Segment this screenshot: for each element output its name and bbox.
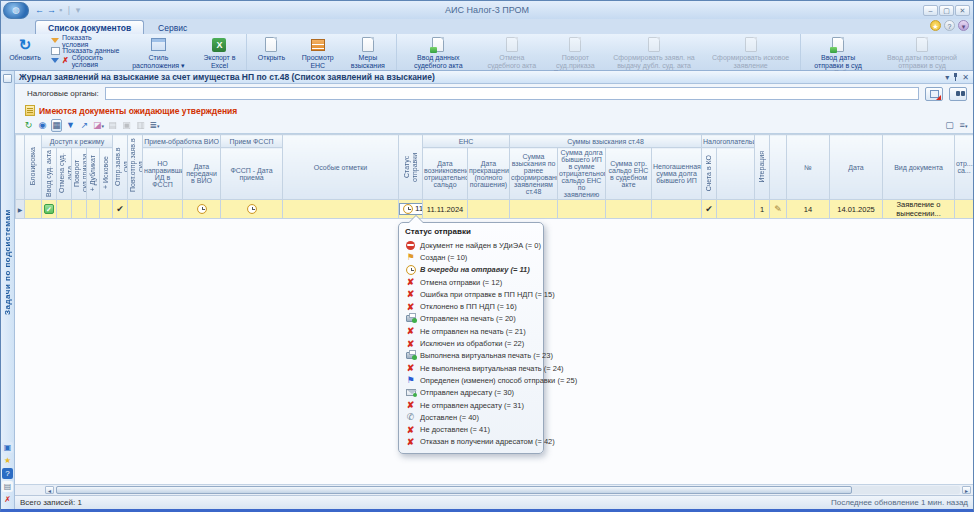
grid-cell[interactable]: [72, 200, 87, 219]
grid-column-header[interactable]: Блокировка: [25, 135, 42, 200]
scroll-right-icon[interactable]: ▸: [962, 486, 971, 494]
grid-view-icon[interactable]: ▦: [51, 119, 62, 132]
chevron-down-icon[interactable]: ▾: [945, 73, 949, 82]
favorites-star-icon[interactable]: ★: [930, 20, 941, 31]
search-button[interactable]: [949, 87, 967, 101]
grid-column-header[interactable]: [717, 148, 755, 200]
sidebar-tab-tasks[interactable]: Задачи по подсистемам: [3, 83, 12, 442]
grid-cell[interactable]: [955, 200, 973, 219]
status-menu-item[interactable]: ⚑Создан (= 10): [405, 251, 537, 263]
status-menu-item[interactable]: Отправлен адресату (= 30): [405, 387, 537, 399]
grid-column-header[interactable]: №: [787, 135, 830, 200]
status-menu-item[interactable]: ✘Не отправлен адресату (= 31): [405, 399, 537, 411]
grid-row[interactable]: ▶✓✔1111.11.2024✔1✎1414.01.2025Заявление …: [16, 200, 974, 219]
status-menu-item[interactable]: ✘Ошибка при отправке в ПП НДП (= 15): [405, 288, 537, 300]
close-button[interactable]: ✕: [955, 5, 970, 16]
grid-column-header[interactable]: Непогашенная сумма долга бывшего ИП: [652, 148, 702, 200]
grid-column-header[interactable]: Сумма отр. сальдо ЕНС в судебном акте: [606, 148, 652, 200]
grid-column-header[interactable]: Дата возникновения отрицательного сальдо: [423, 148, 468, 200]
tab-service[interactable]: Сервис: [146, 21, 199, 34]
grid-cell[interactable]: [25, 200, 42, 219]
grid-column-header[interactable]: Счета в КО: [702, 148, 717, 200]
grid-cell[interactable]: [87, 200, 100, 219]
ribbon-button-small[interactable]: Показать условия: [48, 36, 122, 45]
ribbon-button[interactable]: Меры взыскания: [342, 35, 394, 69]
grid-column-header[interactable]: Отмена суд. акта: [57, 148, 72, 200]
grid-column-header[interactable]: Итерация: [755, 135, 770, 200]
ribbon-button[interactable]: Ввод даты отправки в суд: [803, 35, 873, 69]
status-menu-item[interactable]: ✘Не выполнена виртуальная печать (= 24): [405, 362, 537, 374]
scroll-left-icon[interactable]: ◂: [45, 486, 54, 494]
grid-cell[interactable]: 11.11.2024: [423, 200, 468, 219]
window-icon[interactable]: ▣: [2, 442, 13, 453]
filter-icon[interactable]: ▼: [65, 120, 76, 131]
maximize-button[interactable]: ▢: [939, 5, 954, 16]
globe-icon[interactable]: ◉: [37, 120, 48, 131]
apply-filter-button[interactable]: [925, 87, 943, 101]
grid-cell[interactable]: [606, 200, 652, 219]
grid-column-header[interactable]: ФССП - Дата приема: [221, 148, 283, 200]
grid-column-header[interactable]: НО направивший ИД в ФССП: [143, 148, 183, 200]
left-sidebar[interactable]: Задачи по подсистемам ▣★?▤✗: [1, 71, 15, 509]
ribbon-button[interactable]: Стиль расположения ▾: [123, 35, 193, 69]
grid-column-header[interactable]: + Исковое: [100, 148, 113, 200]
grid-cell[interactable]: ✓: [42, 200, 57, 219]
grid-cell[interactable]: [717, 200, 755, 219]
select-view-icon[interactable]: ▢: [944, 120, 955, 131]
status-menu-item[interactable]: Документ не найден в УДиЭА (= 0): [405, 239, 537, 251]
status-editor[interactable]: 11: [399, 203, 423, 215]
ribbon-button[interactable]: Просмотр ЕНС: [294, 35, 341, 69]
grid-cell[interactable]: [100, 200, 113, 219]
grid-column-header[interactable]: отр... са...: [955, 135, 973, 200]
pin-icon[interactable]: [953, 73, 958, 81]
ribbon-button[interactable]: XЭкспорт в Excel: [194, 35, 244, 69]
grid-column-header[interactable]: Сумма взыскания по ранее сформированным …: [510, 148, 558, 200]
scrollbar-thumb[interactable]: [56, 486, 852, 494]
grid-column-header[interactable]: Повт.отпр.заяв.в суд: [128, 135, 143, 200]
customize-qat-icon[interactable]: ▾: [76, 5, 81, 15]
grid-column-header[interactable]: Поворот суд.приказа: [72, 148, 87, 200]
grid-cell[interactable]: [128, 200, 143, 219]
app-menu-button[interactable]: ◍: [3, 2, 29, 19]
close-panel-icon[interactable]: ✕: [962, 73, 969, 82]
status-menu-item[interactable]: ✘Отмена отправки (= 12): [405, 276, 537, 288]
status-menu-item[interactable]: ✘Исключен из обработки (= 22): [405, 337, 537, 349]
minimize-button[interactable]: –: [923, 5, 938, 16]
back-icon[interactable]: ←: [35, 5, 44, 15]
status-menu-item[interactable]: ✆Доставлен (= 40): [405, 411, 537, 423]
status-menu-item[interactable]: Отправлен на печать (= 20): [405, 313, 537, 325]
eraser-icon[interactable]: ◪▾: [93, 120, 104, 132]
help-icon[interactable]: ?: [2, 468, 13, 479]
star-icon[interactable]: ★: [2, 455, 13, 466]
grid-cell[interactable]: [558, 200, 606, 219]
status-menu-item[interactable]: ✘Отказан в получении адресатом (= 42): [405, 436, 537, 448]
status-menu-item[interactable]: ✘Не отправлен на печать (= 21): [405, 325, 537, 337]
notes-icon[interactable]: ▤: [2, 481, 13, 492]
row-menu-icon[interactable]: ≡▾: [958, 120, 969, 132]
error-icon[interactable]: ✗: [2, 494, 13, 505]
grid-column-header[interactable]: Статус отправки: [399, 135, 423, 200]
grid-cell[interactable]: [468, 200, 510, 219]
grid-column-header[interactable]: Отпр.заяв.в суд: [113, 135, 128, 200]
grid-cell[interactable]: ✔: [702, 200, 717, 219]
ribbon-button[interactable]: ↻Обновить: [3, 35, 47, 69]
refresh-icon[interactable]: ↻: [23, 120, 34, 131]
pin-icon[interactable]: [3, 74, 12, 83]
export-icon[interactable]: ↗: [79, 120, 90, 131]
grid-column-header[interactable]: Особые отметки: [283, 135, 399, 200]
horizontal-scrollbar[interactable]: ◂ ▸: [15, 484, 973, 495]
grid-cell[interactable]: [510, 200, 558, 219]
grid-cell[interactable]: [283, 200, 399, 219]
status-menu-item[interactable]: ✘Отклонено в ПП НДП (= 16): [405, 300, 537, 312]
grid-cell[interactable]: [652, 200, 702, 219]
status-menu-item[interactable]: ✘Не доставлен (= 41): [405, 423, 537, 435]
scrollbar-track[interactable]: [56, 486, 960, 494]
grid-column-header[interactable]: Сумма долга бывшего ИП в сумме отрицател…: [558, 148, 606, 200]
grid-cell[interactable]: ▶: [16, 200, 25, 219]
grid-column-header[interactable]: Ввод суд. акта: [42, 148, 57, 200]
documents-grid[interactable]: БлокировкаДоступ к режимуОтпр.заяв.в суд…: [15, 134, 973, 219]
ribbon-button[interactable]: Ввод данных судебного акта: [399, 35, 478, 69]
ribbon-button[interactable]: Открыть: [249, 35, 293, 69]
ribbon-button-small[interactable]: ✗Сбросить условия: [48, 56, 122, 65]
grid-column-header[interactable]: Дата: [830, 135, 883, 200]
